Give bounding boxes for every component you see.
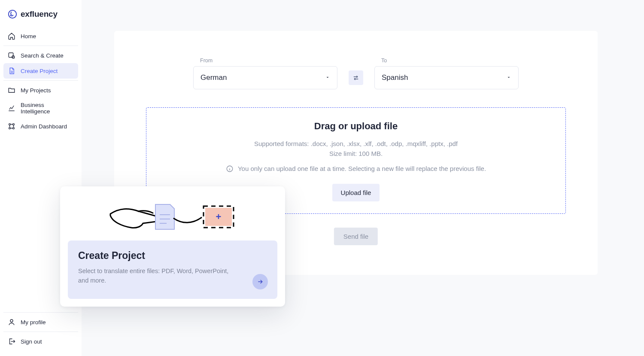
sidebar-item-label: Home [21,33,36,40]
from-language-select[interactable]: German [193,66,337,89]
brand-name: exfluency [21,9,58,19]
card-body: Create Project Select to translate entir… [68,240,277,299]
upload-button-label: Upload file [341,189,371,196]
sidebar-item-home[interactable]: Home [3,28,78,44]
card-arrow-button[interactable] [252,274,268,289]
send-button-label: Send file [343,233,368,240]
hand-file-illustration: + [108,198,237,235]
sidebar-item-admin-dashboard[interactable]: Admin Dashboard [3,119,78,134]
sidebar-item-label: Business Intelligence [21,102,74,115]
svg-point-7 [10,319,13,322]
dropzone-title: Drag or upload file [314,121,398,132]
dropzone-size-limit: Size limit: 100 MB. [329,149,383,158]
chevron-down-icon [325,73,330,82]
search-create-icon [8,52,15,59]
from-language-field: From German [193,58,337,89]
sidebar-item-create-project[interactable]: Create Project [3,63,78,79]
card-title: Create Project [78,250,267,262]
svg-point-0 [9,10,16,18]
svg-point-6 [13,128,15,129]
home-icon [8,32,15,40]
document-icon [8,67,15,75]
info-icon [226,165,234,173]
sidebar-item-label: Search & Create [21,52,64,59]
sidebar-item-sign-out[interactable]: Sign out [3,334,78,349]
svg-point-3 [9,124,11,125]
arrow-right-icon [257,278,264,285]
to-label: To [374,58,519,64]
sign-out-icon [8,338,15,345]
brand-icon [8,9,17,19]
sidebar-item-my-projects[interactable]: My Projects [3,82,78,98]
from-label: From [193,58,337,64]
network-icon [8,122,15,130]
sidebar-item-business-intelligence[interactable]: Business Intelligence [3,98,78,119]
card-illustration: + [60,186,285,240]
sidebar-item-label: My Projects [21,87,51,94]
upload-file-button[interactable]: Upload file [332,184,380,201]
send-file-button[interactable]: Send file [334,228,378,245]
language-row: From German To Spanish [114,58,598,89]
dropzone-formats: Supported formats: .docx, .json, .xlsx, … [254,139,458,149]
sidebar-item-label: Sign out [21,338,42,345]
svg-rect-1 [9,53,13,58]
swap-languages-button[interactable] [349,70,363,85]
dropzone-info-text: You only can upload one file at a time. … [238,165,486,172]
svg-point-4 [13,124,15,125]
sidebar-item-label: My profile [21,319,46,326]
sidebar-item-my-profile[interactable]: My profile [3,314,78,330]
from-language-value: German [200,73,227,82]
chevron-down-icon [506,73,511,82]
folder-icon [8,86,15,94]
sidebar-item-label: Create Project [21,68,58,74]
to-language-field: To Spanish [374,58,519,89]
swap-icon [352,74,360,82]
sidebar-item-label: Admin Dashboard [21,123,67,130]
svg-text:+: + [216,211,222,222]
brand-logo: exfluency [3,8,78,25]
to-language-value: Spanish [382,73,408,82]
dropzone-info-row: You only can upload one file at a time. … [226,165,486,173]
sidebar-item-search-create[interactable]: Search & Create [3,48,78,63]
card-description: Select to translate entire files: PDF, W… [78,267,233,286]
svg-point-5 [9,128,11,129]
user-icon [8,318,15,326]
create-project-card: + Create Project Select to translate ent… [60,186,285,307]
to-language-select[interactable]: Spanish [374,66,519,89]
chart-icon [8,104,15,112]
